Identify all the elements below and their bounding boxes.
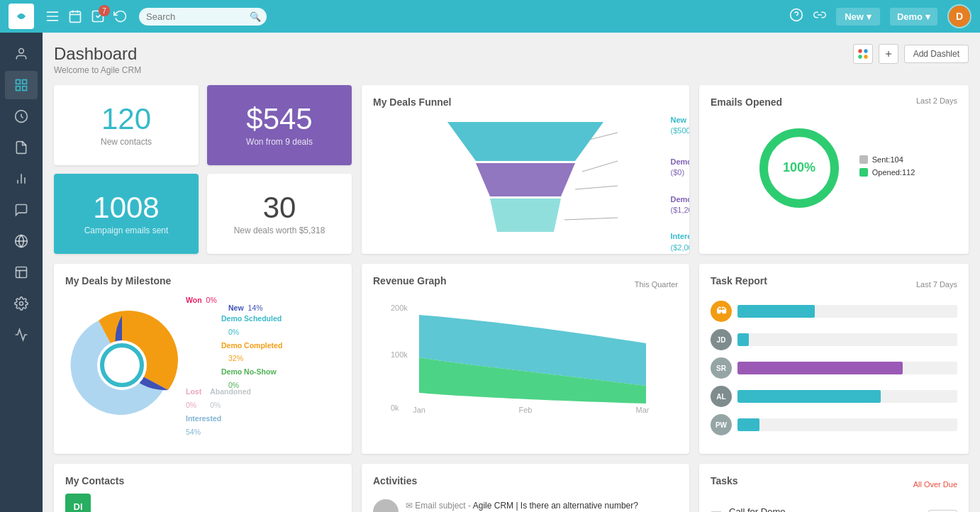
page-subtitle: Welcome to Agile CRM (54, 65, 141, 75)
campaign-emails-number: 1008 (93, 193, 159, 223)
svg-text:Mar: Mar (636, 406, 650, 414)
my-contacts-card: My Contacts DI Dion Other, Signup (54, 464, 352, 512)
legend-demo-scheduled: Demo Scheduled 0% (221, 312, 282, 339)
search-input[interactable] (139, 8, 267, 26)
legend-lost-abandoned: Lost 0% Abandoned 0% (186, 385, 282, 412)
activity-text-0: ✉ Email subject - Agile CRM | Is there a… (406, 499, 638, 512)
task-report-period: Last 7 Days (916, 280, 957, 289)
activity-item-0: ✉ Email subject - Agile CRM | Is there a… (373, 494, 678, 512)
svg-point-29 (864, 55, 867, 58)
calendar-icon-btn[interactable] (68, 9, 82, 23)
search-icon[interactable]: 🔍 (250, 11, 261, 22)
top-navigation: 7 🔍 New ▾ Demo ▾ D (0, 0, 980, 33)
tasks-card: Tasks All Over Due Call for Demo Francoi… (699, 464, 969, 512)
svg-rect-15 (23, 87, 27, 91)
legend-opened: Opened:112 (859, 168, 915, 177)
pie-chart (65, 308, 179, 422)
sidebar-item-forms[interactable] (5, 258, 38, 286)
user-avatar[interactable]: D (947, 4, 971, 28)
task-avatar-3: AL (711, 386, 732, 407)
svg-line-37 (575, 186, 618, 189)
svg-marker-33 (476, 163, 575, 196)
task-avatar-0: 🕶 (711, 301, 732, 322)
svg-rect-14 (16, 87, 21, 91)
task-bar-row-3: AL (711, 386, 957, 407)
task-bar-row-1: JD (711, 329, 957, 350)
milestone-legend: Won 0% New 14% Demo Scheduled 0% Demo Co… (186, 294, 282, 439)
left-sidebar (0, 33, 43, 512)
task-bar-fill-2 (737, 362, 903, 374)
task-call-button-0[interactable]: Call (928, 510, 957, 513)
milestone-title: My Deals by Milestone (65, 275, 340, 286)
nav-icon-group: 7 (45, 9, 128, 23)
add-dashlet-button[interactable]: Add Dashlet (904, 45, 969, 63)
new-button[interactable]: New ▾ (836, 8, 880, 26)
link-icon-btn[interactable] (813, 9, 826, 24)
sidebar-item-documents[interactable] (5, 133, 38, 162)
won-deals-card: $545 Won from 9 deals (207, 85, 352, 165)
sidebar-item-messages[interactable] (5, 196, 38, 224)
plus-dashlet-icon[interactable] (879, 44, 898, 64)
menu-icon-btn[interactable] (45, 9, 60, 23)
svg-marker-34 (490, 199, 561, 232)
activities-title: Activities (373, 475, 678, 486)
history-icon-btn[interactable] (113, 9, 128, 23)
demo-button[interactable]: Demo ▾ (890, 8, 937, 26)
emails-card-header: Emails Opened Last 2 Days (711, 96, 957, 115)
tasks-icon-btn[interactable]: 7 (91, 9, 105, 23)
milestone-content: Won 0% New 14% Demo Scheduled 0% Demo Co… (65, 294, 340, 439)
deals-milestone-card: My Deals by Milestone (54, 264, 352, 454)
dashboard-grid: 120 New contacts $545 Won from 9 deals 1… (54, 85, 969, 254)
revenue-header: Revenue Graph This Quarter (373, 275, 678, 294)
page-header: Dashboard Welcome to Agile CRM Add Dashl… (54, 44, 969, 75)
won-deals-number: $545 (246, 104, 312, 134)
task-report-header: Task Report Last 7 Days (711, 275, 957, 294)
legend-sent: Sent:104 (859, 155, 915, 164)
top-nav-right: New ▾ Demo ▾ D (789, 4, 971, 28)
svg-text:100%: 100% (783, 160, 815, 174)
sidebar-item-reports[interactable] (5, 165, 38, 193)
won-deals-label: Won from 9 deals (246, 137, 313, 147)
task-bar-fill-1 (737, 333, 749, 346)
svg-rect-13 (23, 80, 27, 84)
task-bar-fill-4 (737, 418, 759, 431)
donut-legend: Sent:104 Opened:112 (859, 155, 915, 181)
contacts-title: My Contacts (65, 475, 340, 486)
sidebar-item-settings[interactable] (5, 289, 38, 318)
legend-opened-label: Opened:112 (872, 168, 915, 177)
activity-avatar-0 (373, 499, 399, 512)
tasks-title: Tasks (711, 475, 738, 486)
new-deals-number: 30 (263, 193, 296, 223)
svg-point-27 (864, 49, 867, 52)
svg-point-41 (97, 340, 147, 390)
funnel-label-demo-scheduled: Demo Scheduled ($0) (671, 157, 689, 179)
app-logo[interactable] (9, 4, 34, 29)
contact-item-dion: DI Dion Other, Signup (65, 494, 340, 512)
legend-sent-label: Sent:104 (872, 155, 903, 164)
donut-chart: 100% (753, 122, 845, 214)
legend-dot-sent (859, 155, 868, 164)
svg-rect-22 (16, 267, 27, 278)
task-avatar-1: JD (711, 329, 732, 350)
page-title-group: Dashboard Welcome to Agile CRM (54, 44, 141, 75)
funnel-chart (433, 115, 618, 243)
pie-chart-container (65, 308, 179, 424)
task-bar-row-2: SR (711, 357, 957, 379)
task-report-title: Task Report (711, 275, 767, 286)
tasks-header: Tasks All Over Due (711, 475, 957, 494)
svg-rect-3 (47, 20, 59, 21)
help-icon-btn[interactable] (789, 8, 803, 25)
legend-demo-completed: Demo Completed 32% (221, 339, 282, 366)
legend-dot-opened (859, 168, 868, 177)
task-bar-fill-0 (737, 305, 815, 318)
sidebar-item-deals[interactable] (5, 102, 38, 130)
color-picker-btn[interactable] (853, 44, 873, 64)
emails-opened-card: Emails Opened Last 2 Days 100% Sent:104 … (699, 85, 969, 254)
campaign-emails-label: Campaign emails sent (84, 226, 169, 235)
tasks-badge: 7 (99, 5, 110, 16)
sidebar-item-analytics[interactable] (5, 321, 38, 349)
sidebar-item-contacts[interactable] (5, 40, 38, 68)
sidebar-item-dashboard[interactable] (5, 71, 38, 99)
task-bar-row-4: PW (711, 414, 957, 435)
sidebar-item-globe[interactable] (5, 227, 38, 255)
